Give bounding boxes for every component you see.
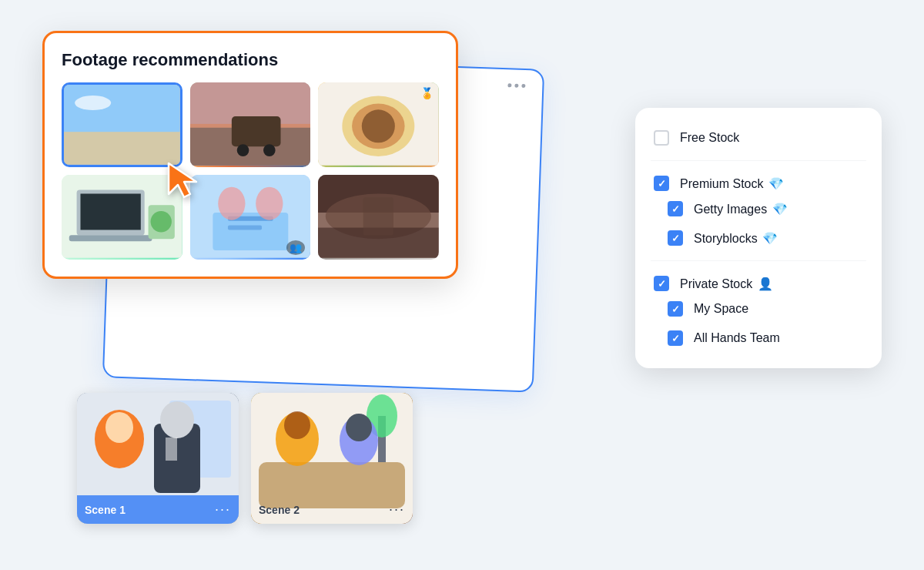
private-stock-label: Private Stock 👤 xyxy=(680,277,773,291)
free-stock-row[interactable]: Free Stock xyxy=(651,123,866,153)
svg-point-36 xyxy=(105,412,133,443)
getty-images-checkbox[interactable] xyxy=(668,201,683,216)
main-scene: tors and digital er g l ftw Footage reco… xyxy=(0,0,924,570)
premium-stock-children: Getty Images 💎 Storyblocks 💎 xyxy=(665,194,866,253)
back-panel-dots xyxy=(507,83,525,88)
svg-rect-16 xyxy=(80,193,140,230)
storyblocks-checkbox[interactable] xyxy=(668,230,683,246)
all-hands-row[interactable]: All Hands Team xyxy=(665,324,866,353)
all-hands-checkbox[interactable] xyxy=(668,330,683,346)
scene1-card[interactable]: Scene 1 ··· xyxy=(77,393,239,524)
getty-emoji: 💎 xyxy=(772,203,788,216)
getty-images-row[interactable]: Getty Images 💎 xyxy=(665,194,866,223)
svg-rect-17 xyxy=(69,235,152,241)
svg-rect-30 xyxy=(363,197,393,235)
thumb-nature[interactable] xyxy=(318,175,439,260)
premium-stock-row[interactable]: Premium Stock 💎 xyxy=(651,169,866,194)
svg-rect-7 xyxy=(232,116,281,146)
free-stock-checkbox[interactable] xyxy=(654,130,669,146)
svg-point-24 xyxy=(218,187,245,220)
scene1-dots[interactable]: ··· xyxy=(215,501,231,518)
thumb-beach[interactable] xyxy=(62,82,182,167)
all-hands-label: All Hands Team xyxy=(694,331,780,345)
svg-point-3 xyxy=(75,96,111,110)
svg-rect-23 xyxy=(228,226,262,230)
thumb-van[interactable] xyxy=(190,82,311,167)
private-stock-row[interactable]: Private Stock 👤 xyxy=(651,269,866,294)
svg-point-25 xyxy=(256,187,283,220)
storyblocks-label: Storyblocks 💎 xyxy=(694,231,778,246)
svg-point-8 xyxy=(236,144,249,156)
footage-card: Footage recommendations xyxy=(42,31,458,279)
svg-rect-1 xyxy=(64,128,180,164)
footage-card-title: Footage recommendations xyxy=(62,50,439,70)
premium-stock-label: Premium Stock 💎 xyxy=(680,176,784,191)
svg-rect-39 xyxy=(166,438,177,461)
scene2-card[interactable]: Scene 2 ··· xyxy=(251,393,413,524)
svg-point-45 xyxy=(284,411,310,439)
free-stock-section: Free Stock xyxy=(651,123,866,153)
svg-point-38 xyxy=(160,401,194,438)
svg-point-47 xyxy=(346,414,372,441)
premium-stock-emoji: 💎 xyxy=(768,177,784,190)
scene1-label: Scene 1 xyxy=(85,504,126,516)
food-icon: 🏅 xyxy=(420,87,434,99)
dot1 xyxy=(507,83,511,87)
scene1-bar: Scene 1 ··· xyxy=(77,495,239,524)
scenes-strip: Scene 1 ··· Scene 2 ··· xyxy=(77,393,413,524)
svg-point-9 xyxy=(263,144,276,156)
premium-stock-checkbox[interactable] xyxy=(654,176,669,191)
private-stock-children: My Space All Hands Team xyxy=(665,294,866,353)
private-stock-section: Private Stock 👤 My Space All Hands Team xyxy=(651,260,866,353)
scene2-bar: Scene 2 ··· xyxy=(251,495,413,524)
private-stock-checkbox[interactable] xyxy=(654,276,669,291)
footage-grid: 🏅 👥 xyxy=(62,82,439,260)
filter-panel: Free Stock Premium Stock 💎 Getty Images … xyxy=(635,108,882,368)
storyblocks-emoji: 💎 xyxy=(762,232,778,245)
thumb-food[interactable]: 🏅 xyxy=(318,82,439,167)
storyblocks-row[interactable]: Storyblocks 💎 xyxy=(665,223,866,253)
premium-stock-section: Premium Stock 💎 Getty Images 💎 Storybloc… xyxy=(651,160,866,253)
svg-point-13 xyxy=(362,109,395,142)
getty-images-label: Getty Images 💎 xyxy=(694,202,788,216)
private-stock-emoji: 👤 xyxy=(758,277,773,290)
dot2 xyxy=(514,84,518,88)
my-space-label: My Space xyxy=(694,302,748,316)
thumb-laptop[interactable] xyxy=(62,175,182,260)
scene2-dots[interactable]: ··· xyxy=(389,501,405,518)
free-stock-label: Free Stock xyxy=(680,131,739,145)
scene2-label: Scene 2 xyxy=(259,504,300,516)
my-space-row[interactable]: My Space xyxy=(665,294,866,324)
my-space-checkbox[interactable] xyxy=(668,301,683,317)
thumb-hands[interactable]: 👥 xyxy=(190,175,311,260)
dot3 xyxy=(521,84,525,88)
svg-point-19 xyxy=(151,211,172,232)
